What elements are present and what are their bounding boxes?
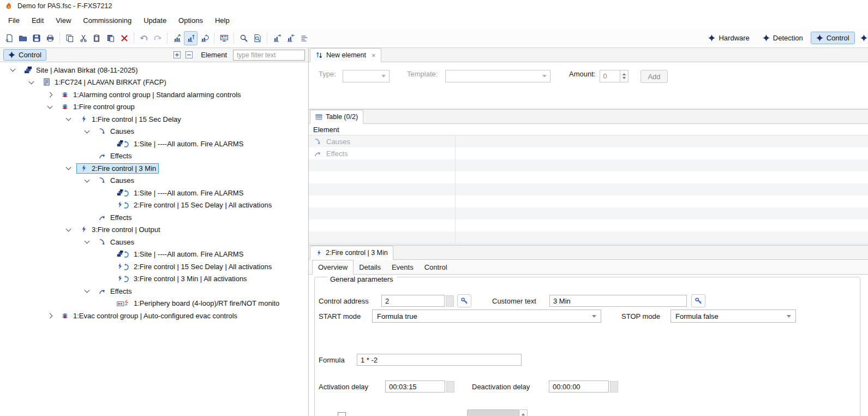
option-checkbox[interactable] — [338, 412, 346, 416]
chevron-down-icon[interactable] — [23, 81, 39, 84]
tree-item[interactable]: 2:Fire control | 3 Min — [0, 162, 308, 175]
partial-spinner[interactable] — [519, 409, 528, 416]
chart-upload-button[interactable] — [170, 31, 184, 45]
chevron-down-icon[interactable] — [79, 290, 95, 292]
menu-view[interactable]: View — [50, 14, 77, 27]
table-row-empty[interactable] — [309, 207, 868, 219]
table-row[interactable]: Causes — [309, 135, 868, 147]
align-list-button[interactable] — [297, 31, 311, 45]
table-row-empty[interactable] — [309, 231, 868, 243]
type-select[interactable] — [343, 70, 390, 82]
chart-add-button[interactable] — [184, 31, 197, 45]
tree-item[interactable]: 2:Fire control | 15 Sec Delay | All acti… — [0, 199, 308, 212]
chevron-down-icon[interactable] — [60, 118, 76, 120]
paste-button[interactable] — [90, 31, 104, 45]
search-report-button[interactable] — [250, 31, 264, 45]
tree-item[interactable]: Effects — [0, 285, 308, 298]
tree-item[interactable]: 1:Fire control | 15 Sec Delay — [0, 113, 308, 126]
monitor-button[interactable] — [217, 31, 231, 45]
collapse-all-button[interactable] — [184, 50, 194, 60]
delete-button[interactable] — [117, 31, 131, 45]
tab-events[interactable]: Events — [386, 260, 419, 274]
chevron-down-icon[interactable] — [79, 130, 95, 133]
customer-text-assign-button[interactable] — [691, 294, 705, 307]
tab-details[interactable]: Details — [354, 260, 386, 274]
view-tab-hardware[interactable]: Hardware — [703, 32, 755, 44]
control-address-input[interactable] — [381, 295, 445, 307]
menu-help[interactable]: Help — [209, 14, 236, 27]
tree-item[interactable]: Site | Alavan Birkat (08-11-2025) — [0, 64, 308, 76]
config-new-button[interactable] — [2, 31, 16, 45]
amount-input[interactable] — [600, 70, 620, 82]
tab-control-view[interactable]: Control — [3, 49, 46, 61]
chevron-down-icon[interactable] — [79, 241, 95, 243]
redo-button[interactable] — [151, 31, 164, 45]
tab-table[interactable]: Table (0/2) — [310, 110, 363, 124]
customer-text-input[interactable] — [549, 295, 687, 307]
table-header[interactable]: Element — [309, 124, 868, 135]
table-row-empty[interactable] — [309, 195, 868, 207]
chevron-down-icon[interactable] — [60, 167, 76, 169]
tree-item[interactable]: Effects — [0, 150, 308, 163]
chart-sync-button[interactable] — [197, 31, 211, 45]
tree-item[interactable]: Causes — [0, 175, 308, 187]
table-row-empty[interactable] — [309, 219, 868, 231]
tree-item[interactable]: 2:Fire control | 15 Sec Delay | All acti… — [0, 260, 308, 273]
tree-item[interactable]: 1:Site | ----All autom. Fire ALARMS — [0, 138, 308, 150]
tree-item[interactable]: Causes — [0, 126, 308, 138]
formula-input[interactable] — [357, 354, 522, 366]
activation-delay-input[interactable] — [385, 381, 445, 393]
save-button[interactable] — [29, 31, 43, 45]
print-button[interactable] — [43, 31, 57, 45]
tree-item[interactable]: Effects — [0, 211, 308, 224]
chevron-down-icon[interactable] — [4, 69, 21, 71]
tree-item[interactable]: 1:Site | ----All autom. Fire ALARMS — [0, 187, 308, 199]
menu-update[interactable]: Update — [137, 14, 172, 27]
view-tab-partial[interactable]: ( — [855, 32, 868, 44]
tab-new-element[interactable]: New element × — [310, 48, 381, 62]
tree-item[interactable]: 3:Fire control | 3 Min | All activations — [0, 273, 308, 286]
search-button[interactable] — [237, 31, 250, 45]
cut-button[interactable] — [76, 31, 90, 45]
tree-item[interactable]: 1:Alarming control group | Standard alar… — [0, 88, 308, 101]
chevron-down-icon[interactable] — [60, 229, 76, 231]
deactivation-delay-input[interactable] — [549, 381, 609, 393]
tree-item[interactable]: 1:FC724 | ALAVAN BIRKAT (FACP) — [0, 76, 308, 89]
menu-file[interactable]: File — [2, 14, 26, 27]
control-address-assign-button[interactable] — [457, 294, 471, 307]
paste-special-button[interactable] — [104, 31, 117, 45]
tree-item[interactable]: Causes — [0, 236, 308, 248]
partial-gray-button[interactable] — [467, 409, 519, 416]
table-row-empty[interactable] — [309, 183, 868, 195]
tree-item[interactable]: 1:Evac control group | Auto-configured e… — [0, 310, 308, 322]
chart-export-button[interactable] — [270, 31, 284, 45]
chevron-right-icon[interactable] — [41, 314, 58, 318]
tab-overview[interactable]: Overview — [312, 260, 354, 275]
table-row-empty[interactable] — [309, 159, 868, 171]
view-tab-control[interactable]: Control — [811, 32, 855, 44]
menu-edit[interactable]: Edit — [26, 14, 50, 27]
view-tab-detection[interactable]: Detection — [757, 32, 809, 44]
stop-mode-select[interactable]: Formula false — [671, 310, 796, 323]
expand-all-button[interactable] — [172, 50, 182, 60]
chart-import-button[interactable] — [284, 31, 297, 45]
amount-spinner[interactable] — [620, 70, 628, 82]
add-button[interactable]: Add — [640, 70, 667, 83]
tree-item[interactable]: 1:Periphery board (4-loop)/RT fire/NOT m… — [0, 298, 308, 310]
chevron-down-icon[interactable] — [41, 106, 58, 108]
tab-control[interactable]: Control — [419, 260, 453, 274]
chevron-right-icon[interactable] — [41, 93, 58, 97]
menu-options[interactable]: Options — [172, 14, 209, 27]
table-row-empty[interactable] — [309, 171, 868, 183]
tree-item[interactable]: 1:Fire control group — [0, 101, 308, 114]
template-select[interactable] — [445, 70, 550, 82]
start-mode-select[interactable]: Formula true — [372, 310, 601, 323]
menu-commissioning[interactable]: Commissioning — [77, 14, 137, 27]
chevron-down-icon[interactable] — [79, 180, 95, 182]
undo-button[interactable] — [137, 31, 151, 45]
close-icon[interactable]: × — [372, 51, 376, 60]
tree-item[interactable]: 1:Site | ----All autom. Fire ALARMS — [0, 248, 308, 261]
tree-item[interactable]: 3:Fire control | Output — [0, 224, 308, 236]
open-button[interactable] — [16, 31, 29, 45]
table-row[interactable]: Effects — [309, 147, 868, 159]
